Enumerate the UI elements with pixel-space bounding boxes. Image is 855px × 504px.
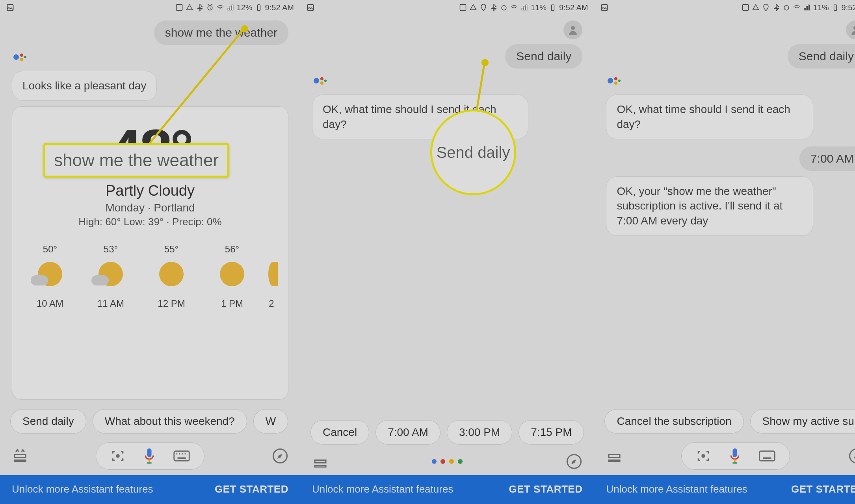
hourly-label: 12 PM <box>144 298 199 309</box>
alarm-icon <box>500 4 508 11</box>
lens-icon[interactable] <box>110 448 125 463</box>
unlock-features-banner[interactable]: Unlock more Assistant features GET START… <box>594 475 855 504</box>
callout-anchor-dot <box>241 25 248 32</box>
user-message-row <box>312 20 582 39</box>
battery-icon <box>831 4 839 11</box>
location-icon <box>480 4 487 11</box>
get-started-button[interactable]: GET STARTED <box>791 483 855 495</box>
svg-rect-1 <box>176 5 182 11</box>
svg-point-13 <box>182 453 183 455</box>
svg-point-6 <box>116 454 120 458</box>
callout-highlight-circle: Send daily <box>430 109 516 195</box>
alarm-icon <box>783 4 790 11</box>
user-bubble[interactable]: 7:00 AM <box>799 146 855 171</box>
callout-anchor-dot <box>481 59 489 66</box>
battery-text: 11% <box>813 3 829 12</box>
wifi-icon <box>793 4 801 11</box>
svg-rect-33 <box>759 451 775 461</box>
chip-cancel-subscription[interactable]: Cancel the subscription <box>604 409 743 434</box>
svg-point-11 <box>176 453 178 455</box>
assistant-input-bar <box>594 437 855 475</box>
hourly-item: 53° 11 AM <box>83 244 138 309</box>
chip-cut[interactable]: W <box>253 409 288 434</box>
unlock-features-banner[interactable]: Unlock more Assistant features GET START… <box>300 475 594 504</box>
updates-icon[interactable] <box>606 448 623 464</box>
weather-hourly[interactable]: 50° 10 AM 53° 11 AM 55° 12 PM 56° <box>22 244 278 309</box>
svg-rect-10 <box>174 451 190 461</box>
chip-send-daily[interactable]: Send daily <box>10 409 86 434</box>
screen-weather: 12% 9:52 AM show me the weather Looks li… <box>0 0 300 504</box>
hourly-temp: 53° <box>83 244 138 255</box>
chip-715pm[interactable]: 7:15 PM <box>519 420 584 445</box>
status-bar: 11% 9:52 AM <box>594 0 855 15</box>
svg-rect-17 <box>308 5 314 11</box>
explore-icon[interactable] <box>848 448 855 464</box>
svg-point-12 <box>179 453 180 455</box>
get-started-button[interactable]: GET STARTED <box>215 483 288 495</box>
chip-cancel[interactable]: Cancel <box>310 420 369 445</box>
updates-icon[interactable] <box>12 448 28 464</box>
keyboard-icon[interactable] <box>173 450 190 462</box>
assistant-input-bar <box>300 448 594 475</box>
assistant-bubble: Looks like a pleasant day <box>12 71 157 101</box>
hourly-temp: 50° <box>22 244 78 255</box>
user-bubble[interactable]: show me the weather <box>154 20 288 45</box>
user-avatar[interactable] <box>563 20 582 39</box>
wifi-icon <box>216 4 224 11</box>
suggestion-chips-row[interactable]: Cancel the subscription Show my active s… <box>594 405 855 437</box>
triangle-icon <box>469 4 477 11</box>
chip-3pm[interactable]: 3:00 PM <box>447 420 512 445</box>
user-message-row <box>606 20 855 39</box>
image-icon <box>6 4 14 11</box>
hourly-item-cut: 2 <box>265 244 278 309</box>
hourly-temp: 55° <box>144 244 199 255</box>
user-bubble[interactable]: Send daily <box>788 44 855 69</box>
assistant-bubble: OK, what time should I send it each day? <box>606 94 813 139</box>
chip-show-active[interactable]: Show my active su <box>750 409 855 434</box>
user-bubble[interactable]: Send daily <box>505 44 582 69</box>
signal-icon <box>227 4 234 11</box>
get-started-button[interactable]: GET STARTED <box>509 483 582 495</box>
svg-rect-27 <box>834 5 836 10</box>
image-icon <box>742 4 749 11</box>
wifi-icon <box>510 4 518 11</box>
weather-condition: Partly Cloudy <box>22 182 278 199</box>
suggestion-chips-row[interactable]: Cancel 7:00 AM 3:00 PM 7:15 PM <box>300 416 594 448</box>
image-icon <box>175 4 183 11</box>
suggestion-chips-row[interactable]: Send daily What about this weekend? W <box>0 405 300 437</box>
signal-icon <box>520 4 528 11</box>
sunny-icon <box>220 262 244 286</box>
battery-icon <box>255 4 263 11</box>
updates-icon[interactable] <box>312 453 329 470</box>
explore-icon[interactable] <box>272 448 288 464</box>
chip-weekend[interactable]: What about this weekend? <box>93 409 247 434</box>
lens-icon[interactable] <box>696 448 711 463</box>
banner-text: Unlock more Assistant features <box>312 483 453 495</box>
hourly-item: 55° 12 PM <box>144 244 199 309</box>
unlock-features-banner[interactable]: Unlock more Assistant features GET START… <box>0 475 300 504</box>
partly-cloudy-icon <box>38 262 62 286</box>
mic-icon[interactable] <box>728 447 742 465</box>
input-pill[interactable] <box>96 442 204 470</box>
banner-text: Unlock more Assistant features <box>12 483 153 495</box>
mic-icon[interactable] <box>143 447 156 465</box>
hourly-label: 11 AM <box>83 298 138 309</box>
input-pill[interactable] <box>681 442 790 470</box>
bluetooth-icon <box>772 4 780 11</box>
explore-icon[interactable] <box>566 453 582 470</box>
bluetooth-icon <box>490 4 498 11</box>
user-avatar[interactable] <box>846 20 855 39</box>
assistant-loading-icon <box>432 459 463 464</box>
svg-rect-3 <box>257 5 260 10</box>
hourly-label: 2 <box>265 298 278 309</box>
screen-subscription-active: 11% 9:52 AM Send daily OK, what time sho… <box>594 0 855 504</box>
hourly-item: 50° 10 AM <box>22 244 78 309</box>
weather-details: High: 60° Low: 39° · Precip: 0% <box>22 216 278 228</box>
chip-7am[interactable]: 7:00 AM <box>375 420 441 445</box>
svg-point-29 <box>701 454 705 458</box>
svg-rect-4 <box>258 4 259 5</box>
hourly-label: 1 PM <box>204 298 260 309</box>
svg-point-26 <box>784 6 789 10</box>
sunny-icon <box>268 262 278 286</box>
keyboard-icon[interactable] <box>759 450 775 462</box>
